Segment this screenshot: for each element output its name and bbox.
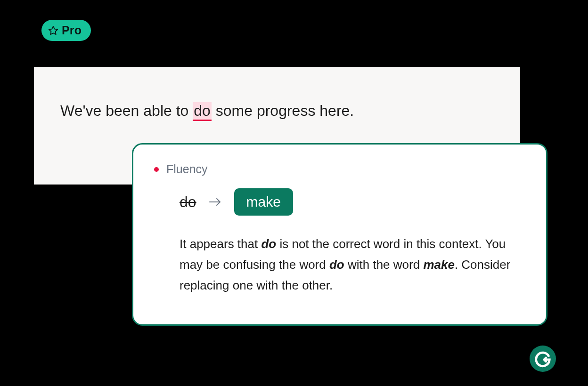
apply-suggestion-button[interactable]: make xyxy=(234,188,293,216)
highlighted-word[interactable]: do xyxy=(193,102,212,121)
arrow-right-icon xyxy=(209,197,222,207)
sentence-after: some progress here. xyxy=(212,102,354,119)
suggestion-card: Fluency do make It appears that do is no… xyxy=(132,143,547,326)
suggestion-explanation: It appears that do is not the correct wo… xyxy=(154,233,525,296)
star-icon xyxy=(48,25,58,36)
sentence-before: We've been able to xyxy=(60,102,193,119)
pro-badge-label: Pro xyxy=(62,24,82,37)
editor-sentence: We've been able to do some progress here… xyxy=(60,101,494,121)
grammarly-logo-icon[interactable] xyxy=(530,346,556,372)
svg-marker-0 xyxy=(49,26,57,34)
category-row: Fluency xyxy=(154,162,525,176)
original-word: do xyxy=(180,193,196,211)
category-dot-icon xyxy=(154,167,159,172)
category-label: Fluency xyxy=(166,162,208,176)
replacement-row: do make xyxy=(154,188,525,216)
pro-badge: Pro xyxy=(41,20,91,41)
